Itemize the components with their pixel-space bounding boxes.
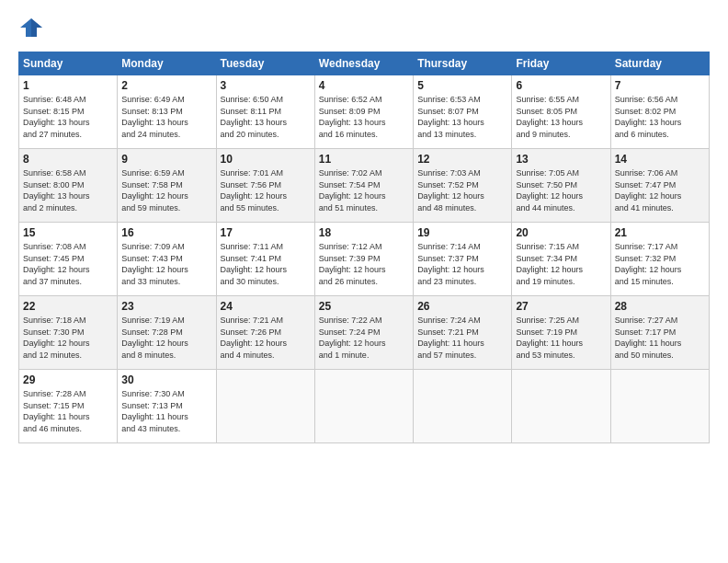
day-number: 16 xyxy=(121,226,211,239)
cell-info: Sunrise: 7:01 AM Sunset: 7:56 PM Dayligh… xyxy=(221,167,311,213)
cell-info: Sunrise: 7:05 AM Sunset: 7:50 PM Dayligh… xyxy=(516,167,606,213)
day-number: 4 xyxy=(319,79,409,92)
cell-info: Sunrise: 6:53 AM Sunset: 8:07 PM Dayligh… xyxy=(417,94,507,140)
cell-info: Sunrise: 7:25 AM Sunset: 7:19 PM Dayligh… xyxy=(516,315,606,361)
cell-info: Sunrise: 6:55 AM Sunset: 8:05 PM Dayligh… xyxy=(516,94,606,140)
week-row-4: 22Sunrise: 7:18 AM Sunset: 7:30 PM Dayli… xyxy=(19,296,710,370)
calendar-cell: 9Sunrise: 6:59 AM Sunset: 7:58 PM Daylig… xyxy=(118,149,216,223)
cell-info: Sunrise: 7:22 AM Sunset: 7:24 PM Dayligh… xyxy=(319,315,409,361)
calendar-cell: 14Sunrise: 7:06 AM Sunset: 7:47 PM Dayli… xyxy=(610,149,709,223)
logo-icon xyxy=(18,15,44,40)
calendar-cell xyxy=(414,370,512,443)
cell-info: Sunrise: 7:17 AM Sunset: 7:32 PM Dayligh… xyxy=(615,241,705,287)
calendar-cell: 25Sunrise: 7:22 AM Sunset: 7:24 PM Dayli… xyxy=(314,296,413,370)
cell-info: Sunrise: 7:30 AM Sunset: 7:13 PM Dayligh… xyxy=(121,388,211,434)
header-row: SundayMondayTuesdayWednesdayThursdayFrid… xyxy=(19,52,710,75)
calendar-cell: 3Sunrise: 6:50 AM Sunset: 8:11 PM Daylig… xyxy=(216,75,314,149)
day-number: 24 xyxy=(221,300,311,313)
calendar-cell: 8Sunrise: 6:58 AM Sunset: 8:00 PM Daylig… xyxy=(19,149,118,223)
day-number: 10 xyxy=(221,153,311,166)
calendar-cell xyxy=(216,370,314,443)
calendar-cell: 2Sunrise: 6:49 AM Sunset: 8:13 PM Daylig… xyxy=(118,75,216,149)
cell-info: Sunrise: 6:48 AM Sunset: 8:15 PM Dayligh… xyxy=(23,94,113,140)
calendar-cell: 22Sunrise: 7:18 AM Sunset: 7:30 PM Dayli… xyxy=(19,296,118,370)
svg-marker-1 xyxy=(31,18,42,37)
week-row-3: 15Sunrise: 7:08 AM Sunset: 7:45 PM Dayli… xyxy=(19,223,710,296)
calendar-cell: 10Sunrise: 7:01 AM Sunset: 7:56 PM Dayli… xyxy=(216,149,314,223)
cell-info: Sunrise: 7:14 AM Sunset: 7:37 PM Dayligh… xyxy=(417,241,507,287)
calendar-cell xyxy=(314,370,413,443)
day-number: 11 xyxy=(319,153,409,166)
header xyxy=(18,15,710,40)
col-header-sunday: Sunday xyxy=(19,52,118,75)
calendar-table: SundayMondayTuesdayWednesdayThursdayFrid… xyxy=(18,52,710,443)
cell-info: Sunrise: 7:12 AM Sunset: 7:39 PM Dayligh… xyxy=(319,241,409,287)
cell-info: Sunrise: 7:21 AM Sunset: 7:26 PM Dayligh… xyxy=(221,315,311,361)
col-header-monday: Monday xyxy=(118,52,216,75)
cell-info: Sunrise: 7:28 AM Sunset: 7:15 PM Dayligh… xyxy=(23,388,113,434)
calendar-cell: 24Sunrise: 7:21 AM Sunset: 7:26 PM Dayli… xyxy=(216,296,314,370)
calendar-cell: 29Sunrise: 7:28 AM Sunset: 7:15 PM Dayli… xyxy=(19,370,118,443)
cell-info: Sunrise: 6:59 AM Sunset: 7:58 PM Dayligh… xyxy=(121,167,211,213)
day-number: 12 xyxy=(417,153,507,166)
calendar-cell: 1Sunrise: 6:48 AM Sunset: 8:15 PM Daylig… xyxy=(19,75,118,149)
day-number: 27 xyxy=(516,300,606,313)
cell-info: Sunrise: 7:24 AM Sunset: 7:21 PM Dayligh… xyxy=(417,315,507,361)
day-number: 19 xyxy=(417,226,507,239)
day-number: 1 xyxy=(23,79,113,92)
cell-info: Sunrise: 6:50 AM Sunset: 8:11 PM Dayligh… xyxy=(221,94,311,140)
day-number: 2 xyxy=(121,79,211,92)
day-number: 29 xyxy=(23,373,113,386)
cell-info: Sunrise: 7:27 AM Sunset: 7:17 PM Dayligh… xyxy=(615,315,705,361)
calendar-cell: 28Sunrise: 7:27 AM Sunset: 7:17 PM Dayli… xyxy=(610,296,709,370)
day-number: 14 xyxy=(615,153,705,166)
cell-info: Sunrise: 6:58 AM Sunset: 8:00 PM Dayligh… xyxy=(23,167,113,213)
day-number: 18 xyxy=(319,226,409,239)
calendar-cell: 20Sunrise: 7:15 AM Sunset: 7:34 PM Dayli… xyxy=(512,223,610,296)
day-number: 17 xyxy=(221,226,311,239)
cell-info: Sunrise: 6:56 AM Sunset: 8:02 PM Dayligh… xyxy=(615,94,705,140)
calendar-cell: 17Sunrise: 7:11 AM Sunset: 7:41 PM Dayli… xyxy=(216,223,314,296)
day-number: 6 xyxy=(516,79,606,92)
col-header-saturday: Saturday xyxy=(610,52,709,75)
col-header-wednesday: Wednesday xyxy=(314,52,413,75)
cell-info: Sunrise: 7:02 AM Sunset: 7:54 PM Dayligh… xyxy=(319,167,409,213)
cell-info: Sunrise: 6:49 AM Sunset: 8:13 PM Dayligh… xyxy=(121,94,211,140)
calendar-cell: 16Sunrise: 7:09 AM Sunset: 7:43 PM Dayli… xyxy=(118,223,216,296)
col-header-friday: Friday xyxy=(512,52,610,75)
calendar-cell xyxy=(610,370,709,443)
calendar-cell: 27Sunrise: 7:25 AM Sunset: 7:19 PM Dayli… xyxy=(512,296,610,370)
calendar-cell xyxy=(512,370,610,443)
week-row-1: 1Sunrise: 6:48 AM Sunset: 8:15 PM Daylig… xyxy=(19,75,710,149)
logo xyxy=(18,15,48,40)
day-number: 25 xyxy=(319,300,409,313)
calendar-cell: 30Sunrise: 7:30 AM Sunset: 7:13 PM Dayli… xyxy=(118,370,216,443)
calendar-cell: 7Sunrise: 6:56 AM Sunset: 8:02 PM Daylig… xyxy=(610,75,709,149)
cell-info: Sunrise: 7:08 AM Sunset: 7:45 PM Dayligh… xyxy=(23,241,113,287)
week-row-2: 8Sunrise: 6:58 AM Sunset: 8:00 PM Daylig… xyxy=(19,149,710,223)
week-row-5: 29Sunrise: 7:28 AM Sunset: 7:15 PM Dayli… xyxy=(19,370,710,443)
col-header-thursday: Thursday xyxy=(414,52,512,75)
day-number: 21 xyxy=(615,226,705,239)
calendar-cell: 15Sunrise: 7:08 AM Sunset: 7:45 PM Dayli… xyxy=(19,223,118,296)
calendar-cell: 6Sunrise: 6:55 AM Sunset: 8:05 PM Daylig… xyxy=(512,75,610,149)
cell-info: Sunrise: 7:11 AM Sunset: 7:41 PM Dayligh… xyxy=(221,241,311,287)
calendar-cell: 11Sunrise: 7:02 AM Sunset: 7:54 PM Dayli… xyxy=(314,149,413,223)
calendar-cell: 18Sunrise: 7:12 AM Sunset: 7:39 PM Dayli… xyxy=(314,223,413,296)
day-number: 9 xyxy=(121,153,211,166)
calendar-cell: 5Sunrise: 6:53 AM Sunset: 8:07 PM Daylig… xyxy=(414,75,512,149)
day-number: 20 xyxy=(516,226,606,239)
calendar-cell: 23Sunrise: 7:19 AM Sunset: 7:28 PM Dayli… xyxy=(118,296,216,370)
calendar-cell: 21Sunrise: 7:17 AM Sunset: 7:32 PM Dayli… xyxy=(610,223,709,296)
calendar-cell: 26Sunrise: 7:24 AM Sunset: 7:21 PM Dayli… xyxy=(414,296,512,370)
day-number: 22 xyxy=(23,300,113,313)
cell-info: Sunrise: 6:52 AM Sunset: 8:09 PM Dayligh… xyxy=(319,94,409,140)
day-number: 13 xyxy=(516,153,606,166)
calendar-page: SundayMondayTuesdayWednesdayThursdayFrid… xyxy=(0,0,728,454)
calendar-cell: 19Sunrise: 7:14 AM Sunset: 7:37 PM Dayli… xyxy=(414,223,512,296)
calendar-cell: 4Sunrise: 6:52 AM Sunset: 8:09 PM Daylig… xyxy=(314,75,413,149)
day-number: 3 xyxy=(221,79,311,92)
cell-info: Sunrise: 7:15 AM Sunset: 7:34 PM Dayligh… xyxy=(516,241,606,287)
col-header-tuesday: Tuesday xyxy=(216,52,314,75)
cell-info: Sunrise: 7:03 AM Sunset: 7:52 PM Dayligh… xyxy=(417,167,507,213)
